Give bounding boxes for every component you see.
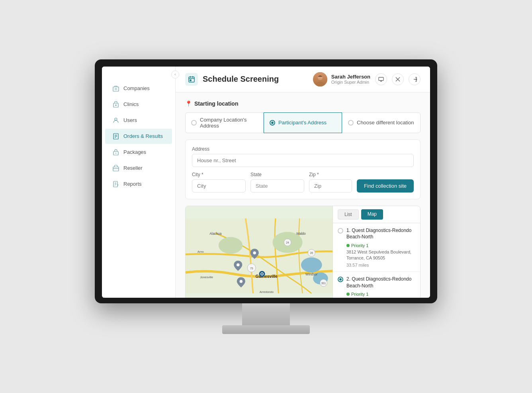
user-info: Sarah Jefferson Origin Super Admin (313, 72, 370, 86)
location-name-1: 1. Quest Diagnostics-Redondo Beach-North (346, 227, 415, 241)
svg-point-6 (115, 118, 117, 120)
priority-badge-2: Priority 1 (346, 292, 368, 297)
svg-text:Waldo: Waldo (296, 232, 306, 236)
svg-text:Alachua: Alachua (209, 232, 221, 236)
find-collection-site-button[interactable]: Find collection site (357, 179, 414, 193)
svg-rect-0 (113, 87, 119, 91)
tab-list[interactable]: List (338, 209, 359, 220)
sidebar-item-companies[interactable]: Companies (105, 81, 172, 96)
reseller-icon (112, 165, 119, 172)
user-text: Sarah Jefferson Origin Super Admin (331, 74, 370, 84)
orders-results-icon (112, 133, 119, 140)
list-panel: List Map 1. Quest Diagnostics-Redondo Be… (332, 206, 420, 298)
svg-point-37 (219, 237, 243, 253)
reports-icon (112, 181, 119, 188)
svg-text:Arno: Arno (198, 250, 204, 253)
list-tabs: List Map (333, 206, 420, 223)
address-form: Address City * State Sta (185, 140, 421, 199)
location-address-1: 3812 West Sepulveda Boulevard, Torrance,… (346, 249, 415, 261)
tab-map[interactable]: Map (361, 209, 383, 220)
list-item-2[interactable]: 2. Quest Diagnostics-Redondo Beach-North… (333, 272, 420, 298)
user-name: Sarah Jefferson (331, 74, 370, 80)
form-row-city-state-zip: City * State State CA FL (192, 172, 414, 193)
location-name-2: 2. Quest Diagnostics-Redondo Beach-North (346, 276, 415, 289)
radio-different-location[interactable]: Choose different location (342, 112, 421, 133)
radio-circle-different (348, 120, 354, 126)
sidebar-item-packages[interactable]: Packages (105, 145, 172, 160)
priority-label-2: Priority 1 (351, 292, 368, 297)
svg-point-55 (261, 273, 263, 275)
location-distance-1: 33.57 miles (346, 263, 415, 267)
zip-label: Zip * (309, 172, 352, 177)
svg-point-56 (240, 280, 243, 283)
map-list-container: 24 26 301 75 Alachua Waldo (185, 206, 421, 298)
list-item[interactable]: 1. Quest Diagnostics-Redondo Beach-North… (333, 223, 420, 272)
avatar (313, 72, 327, 86)
close-button[interactable] (392, 73, 404, 85)
city-col: City * (192, 172, 246, 193)
sidebar-item-users[interactable]: Users (105, 113, 172, 128)
svg-rect-23 (190, 80, 191, 81)
priority-badge-1: Priority 1 (346, 243, 368, 248)
sidebar-item-orders-results[interactable]: Orders & Results (105, 129, 172, 144)
zip-col: Zip * (309, 172, 352, 193)
page-title: Schedule Screening (203, 75, 279, 84)
address-label: Address (192, 146, 414, 152)
list-item-radio-1[interactable] (338, 228, 343, 234)
svg-text:24: 24 (286, 241, 289, 244)
section-title: 📍 Starting location (185, 100, 421, 107)
sidebar: ‹ Companies Clinics (102, 67, 176, 298)
svg-text:Arredondo: Arredondo (260, 290, 274, 293)
sidebar-item-clinics-label: Clinics (123, 101, 139, 107)
location-pin-icon: 📍 (185, 100, 192, 107)
content-area: 📍 Starting location Company Location's A… (176, 92, 430, 298)
svg-point-57 (237, 263, 240, 266)
list-item-radio-2[interactable] (338, 277, 343, 282)
sidebar-item-reports[interactable]: Reports (105, 177, 172, 192)
zip-input[interactable] (309, 179, 352, 193)
signout-button[interactable] (409, 73, 421, 85)
priority-dot-1 (346, 244, 350, 247)
sidebar-item-users-label: Users (123, 117, 137, 123)
sidebar-nav: Companies Clinics Users (102, 81, 175, 192)
radio-circle-company (191, 120, 197, 126)
packages-icon (112, 149, 119, 156)
radio-participant-address[interactable]: Participant's Address (264, 112, 342, 133)
map-area[interactable]: 24 26 301 75 Alachua Waldo (186, 206, 332, 298)
svg-text:75: 75 (250, 267, 253, 269)
sidebar-item-reports-label: Reports (123, 181, 142, 187)
address-input[interactable] (192, 154, 414, 167)
list-item-content-1: 1. Quest Diagnostics-Redondo Beach-North… (346, 227, 415, 267)
sidebar-item-companies-label: Companies (123, 85, 150, 91)
state-select[interactable]: State CA FL (250, 179, 304, 193)
priority-dot-2 (346, 293, 350, 296)
city-input[interactable] (192, 179, 246, 193)
svg-text:Windsor: Windsor (305, 272, 318, 276)
sidebar-item-orders-results-label: Orders & Results (123, 133, 163, 139)
companies-icon (112, 85, 119, 92)
header-right: Sarah Jefferson Origin Super Admin (313, 72, 421, 86)
sidebar-item-reseller-label: Reseller (123, 165, 143, 171)
sidebar-item-reseller[interactable]: Reseller (105, 161, 172, 176)
sidebar-item-clinics[interactable]: Clinics (105, 97, 172, 112)
priority-label-1: Priority 1 (351, 243, 368, 248)
svg-point-25 (316, 82, 325, 86)
clinics-icon (112, 101, 119, 108)
sidebar-item-packages-label: Packages (123, 149, 146, 155)
svg-point-35 (301, 257, 322, 272)
main-content: Schedule Screening Sarah Jeffer (176, 67, 430, 298)
monitor-button[interactable] (375, 73, 387, 85)
user-role: Origin Super Admin (331, 80, 370, 84)
svg-text:Gainesville: Gainesville (256, 273, 278, 278)
sidebar-collapse-button[interactable]: ‹ (171, 71, 179, 79)
svg-text:Jonesville: Jonesville (200, 275, 213, 279)
state-col: State State CA FL (250, 172, 304, 193)
svg-text:26: 26 (310, 252, 313, 254)
list-item-content-2: 2. Quest Diagnostics-Redondo Beach-North… (346, 276, 415, 298)
city-label: City * (192, 172, 246, 177)
state-label: State (250, 172, 304, 177)
radio-company-location[interactable]: Company Location's Address (185, 112, 264, 133)
svg-rect-27 (379, 77, 383, 81)
svg-rect-19 (189, 77, 194, 82)
radio-group: Company Location's Address Participant's… (185, 112, 421, 133)
